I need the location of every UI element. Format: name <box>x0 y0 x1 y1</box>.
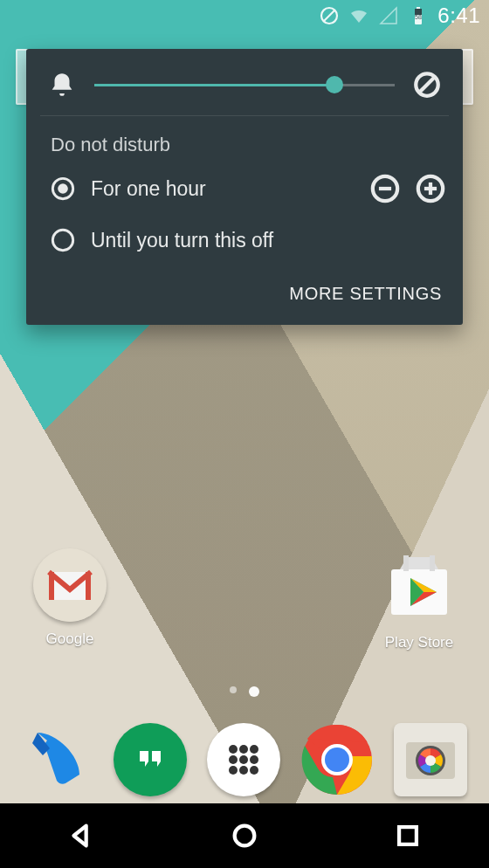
nav-bar <box>0 803 489 868</box>
svg-rect-18 <box>86 572 91 600</box>
do-not-disturb-status-icon <box>319 5 340 26</box>
decrease-duration-button[interactable] <box>370 174 400 203</box>
volume-dnd-panel: Do not disturb For one hour Until you tu… <box>26 49 463 325</box>
svg-point-9 <box>58 183 68 194</box>
dock-chrome[interactable] <box>300 723 374 796</box>
ringer-volume-slider[interactable] <box>94 74 395 95</box>
folder-icon <box>33 548 107 622</box>
dock-camera[interactable] <box>394 723 467 796</box>
svg-point-32 <box>229 766 238 775</box>
cell-signal-icon <box>378 5 399 26</box>
dock-app-drawer[interactable] <box>207 723 280 796</box>
svg-point-41 <box>235 826 255 846</box>
svg-rect-21 <box>430 555 435 571</box>
svg-point-26 <box>229 745 238 754</box>
more-settings-button[interactable]: MORE SETTINGS <box>26 265 463 309</box>
svg-point-15 <box>52 230 72 250</box>
play-store-icon <box>381 548 458 625</box>
slider-thumb[interactable] <box>326 76 343 93</box>
svg-text:58: 58 <box>415 14 422 20</box>
nav-recent-button[interactable] <box>393 821 423 851</box>
app-label: Google <box>46 630 94 648</box>
wifi-icon <box>348 5 369 26</box>
dnd-option-label: For one hour <box>91 177 370 201</box>
page-indicator[interactable] <box>0 686 489 697</box>
battery-icon: 58 <box>408 5 429 26</box>
svg-point-40 <box>425 755 436 766</box>
page-dot-active <box>249 686 259 697</box>
svg-line-7 <box>419 77 435 93</box>
svg-line-1 <box>324 10 334 21</box>
app-drawer-icon <box>224 740 264 780</box>
radio-unselected-icon <box>51 228 75 252</box>
nav-home-button[interactable] <box>230 821 259 851</box>
dnd-option-for-one-hour[interactable]: For one hour <box>26 162 463 216</box>
svg-point-28 <box>250 745 258 754</box>
svg-point-33 <box>239 766 248 775</box>
increase-duration-button[interactable] <box>416 174 445 203</box>
dock-phone[interactable] <box>22 724 93 796</box>
mute-icon[interactable] <box>412 70 442 100</box>
chrome-icon <box>300 723 374 796</box>
hangouts-icon <box>131 741 169 779</box>
dock <box>0 716 489 803</box>
svg-rect-20 <box>403 555 409 571</box>
slider-fill <box>94 84 334 86</box>
camera-icon <box>404 734 457 786</box>
svg-point-37 <box>325 747 349 772</box>
status-clock: 6:41 <box>437 3 480 28</box>
svg-point-29 <box>229 755 238 764</box>
home-apps-row: Google Play Store <box>0 548 489 651</box>
svg-rect-42 <box>399 827 417 844</box>
svg-point-30 <box>239 755 248 764</box>
app-google-folder[interactable]: Google <box>26 548 114 651</box>
svg-point-27 <box>239 745 248 754</box>
app-play-store[interactable]: Play Store <box>375 548 463 651</box>
app-label: Play Store <box>385 634 453 651</box>
dnd-option-label: Until you turn this off <box>91 229 445 252</box>
nav-back-button[interactable] <box>66 821 96 851</box>
dock-hangouts[interactable] <box>114 723 187 796</box>
svg-point-31 <box>250 755 258 764</box>
status-bar: 58 6:41 <box>0 0 489 31</box>
radio-selected-icon <box>51 176 75 201</box>
ringer-icon <box>47 70 77 100</box>
dnd-option-until-off[interactable]: Until you turn this off <box>26 216 463 265</box>
page-dot <box>230 686 237 693</box>
svg-point-34 <box>250 766 258 775</box>
dnd-section-title: Do not disturb <box>26 116 463 162</box>
svg-rect-17 <box>49 572 54 600</box>
